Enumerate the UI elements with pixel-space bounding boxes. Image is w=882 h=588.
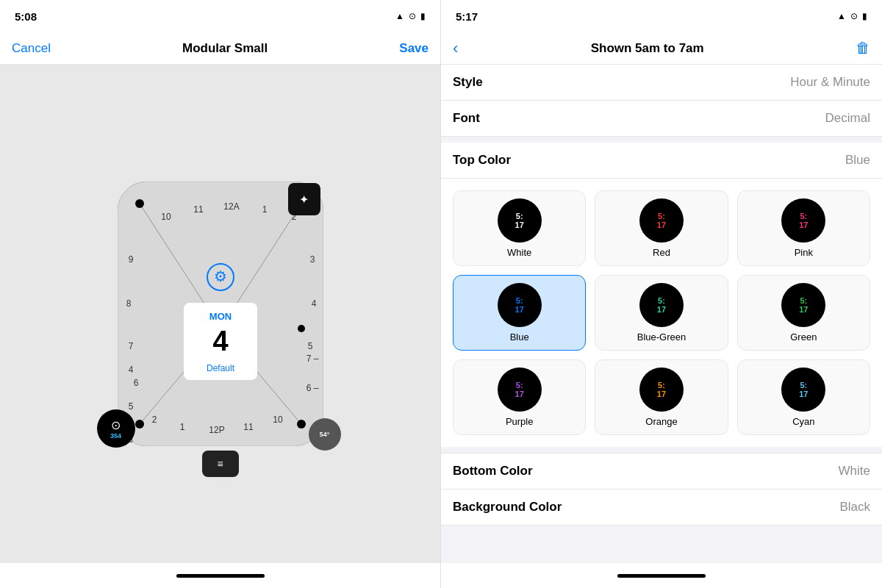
svg-text:5: 5 — [307, 341, 312, 351]
time-display-white: 5:17 — [515, 212, 524, 229]
bottom-color-value: White — [839, 464, 870, 478]
color-label-purple: Purple — [506, 416, 534, 427]
left-phone: 5:08 ▲ ⊙ ▮ Cancel Modular Small Save — [0, 0, 441, 588]
status-bar-right: 5:17 ▲ ⊙ ▮ — [441, 0, 882, 32]
color-item-green[interactable]: 5:17 Green — [737, 275, 870, 351]
watch-canvas: 10 11 12A 1 2 3 4 5 9 8 7 6 2 1 12P 11 1… — [0, 65, 440, 563]
signal-icon-left: ▲ — [395, 11, 404, 21]
svg-text:12A: 12A — [223, 201, 239, 212]
color-label-cyan: Cyan — [792, 416, 814, 427]
color-item-white[interactable]: 5:17 White — [453, 190, 586, 266]
status-bar-left: 5:08 ▲ ⊙ ▮ — [0, 0, 440, 32]
color-label-green: Green — [790, 331, 817, 343]
top-color-label: Top Color — [453, 153, 511, 168]
cancel-button[interactable]: Cancel — [12, 41, 51, 56]
bottom-widget[interactable]: ≡ — [202, 451, 239, 477]
time-display-purple: 5:17 — [515, 381, 524, 398]
font-row[interactable]: Font Decimal — [441, 101, 882, 137]
diagonal-lines: 10 11 12A 1 2 3 4 5 9 8 7 6 2 1 12P 11 1… — [118, 182, 323, 446]
svg-text:11: 11 — [193, 204, 204, 215]
svg-text:10: 10 — [273, 415, 283, 425]
watch-face-purple: 5:17 — [498, 368, 542, 412]
style-value: Hour & Minute — [790, 75, 870, 90]
svg-text:12P: 12P — [209, 425, 224, 435]
svg-text:4: 4 — [311, 298, 316, 309]
color-grid: 5:17 White 5:17 Red 5:17 Pink — [441, 179, 882, 447]
watch-face-blue: 5:17 — [498, 283, 542, 327]
svg-point-9 — [298, 325, 305, 332]
style-label: Style — [453, 75, 483, 90]
battery-icon-left: ▮ — [420, 11, 426, 21]
status-icons-right: ▲ ⊙ ▮ — [837, 11, 867, 21]
time-display-orange: 5:17 — [657, 381, 666, 398]
top-color-header: Top Color Blue — [441, 143, 882, 179]
color-item-cyan[interactable]: 5:17 Cyan — [737, 359, 870, 435]
svg-point-7 — [135, 420, 144, 429]
color-label-blue: Blue — [510, 331, 529, 343]
color-label-red: Red — [653, 247, 670, 258]
svg-text:1: 1 — [179, 422, 184, 432]
svg-text:6 –: 6 – — [306, 383, 318, 393]
home-bar-right — [617, 574, 706, 578]
watch-face-pink: 5:17 — [781, 198, 825, 243]
background-color-value: Black — [839, 500, 870, 514]
svg-point-8 — [297, 420, 306, 429]
color-label-orange: Orange — [645, 416, 677, 427]
wifi-icon-right: ⊙ — [850, 11, 858, 21]
svg-text:7: 7 — [128, 341, 133, 351]
bottom-color-row[interactable]: Bottom Color White — [441, 453, 882, 490]
corner-widget-tr[interactable]: ✦ — [288, 183, 320, 215]
nav-title-right: Shown 5am to 7am — [467, 41, 828, 56]
nav-title-left: Modular Small — [182, 41, 268, 56]
corner-widget-right[interactable]: 54° — [309, 418, 341, 451]
signal-icon-right: ▲ — [837, 11, 846, 21]
stars-icon: ✦ — [299, 193, 309, 207]
battery-icon-right: ▮ — [862, 11, 867, 21]
top-color-value: Blue — [845, 153, 870, 168]
svg-text:MON: MON — [209, 311, 231, 322]
time-display-bluegreen: 5:17 — [657, 296, 666, 314]
settings-section-top: Style Hour & Minute Font Decimal — [441, 65, 882, 137]
activity-value: 354 — [110, 432, 121, 440]
color-item-bluegreen[interactable]: 5:17 Blue-Green — [595, 275, 728, 351]
svg-text:8: 8 — [126, 298, 131, 309]
color-label-pink: Pink — [795, 247, 813, 258]
temp-value: 54° — [320, 431, 330, 438]
style-row[interactable]: Style Hour & Minute — [441, 65, 882, 101]
color-item-pink[interactable]: 5:17 Pink — [737, 190, 870, 266]
color-item-purple[interactable]: 5:17 Purple — [453, 359, 586, 435]
home-indicator-right — [441, 563, 882, 588]
color-label-bluegreen: Blue-Green — [637, 331, 686, 343]
menu-icon: ≡ — [217, 458, 223, 470]
home-indicator-left — [176, 574, 265, 578]
watch-face-cyan: 5:17 — [781, 368, 825, 412]
watch-face-red: 5:17 — [639, 198, 684, 243]
svg-text:3: 3 — [309, 254, 315, 265]
color-item-orange[interactable]: 5:17 Orange — [595, 359, 728, 435]
color-label-white: White — [507, 247, 531, 258]
time-display-red: 5:17 — [657, 212, 666, 229]
back-button[interactable]: ‹ — [453, 39, 458, 58]
svg-text:5: 5 — [128, 401, 133, 412]
nav-bar-right: ‹ Shown 5am to 7am 🗑 — [441, 32, 882, 65]
activity-icon: ⊙ — [111, 418, 121, 432]
save-button[interactable]: Save — [399, 41, 429, 56]
svg-text:10: 10 — [161, 212, 171, 222]
status-icons-left: ▲ ⊙ ▮ — [395, 11, 426, 21]
color-item-blue[interactable]: 5:17 Blue — [453, 275, 586, 351]
svg-text:1: 1 — [262, 204, 267, 215]
bottom-settings: Bottom Color White Background Color Blac… — [441, 453, 882, 526]
status-time-right: 5:17 — [456, 10, 478, 23]
bottom-bar-left — [0, 563, 440, 588]
watch-face-container: 10 11 12A 1 2 3 4 5 9 8 7 6 2 1 12P 11 1… — [110, 137, 331, 490]
color-item-red[interactable]: 5:17 Red — [595, 190, 728, 266]
svg-text:6: 6 — [133, 378, 138, 388]
background-color-label: Background Color — [453, 500, 562, 514]
svg-text:11: 11 — [243, 422, 254, 432]
corner-widget-left[interactable]: ⊙ 354 — [97, 409, 135, 448]
right-phone: 5:17 ▲ ⊙ ▮ ‹ Shown 5am to 7am 🗑 Style Ho… — [441, 0, 882, 588]
wifi-icon-left: ⊙ — [409, 11, 416, 21]
background-color-row[interactable]: Background Color Black — [441, 490, 882, 526]
svg-text:⚙: ⚙ — [214, 268, 227, 284]
trash-button[interactable]: 🗑 — [856, 40, 870, 57]
